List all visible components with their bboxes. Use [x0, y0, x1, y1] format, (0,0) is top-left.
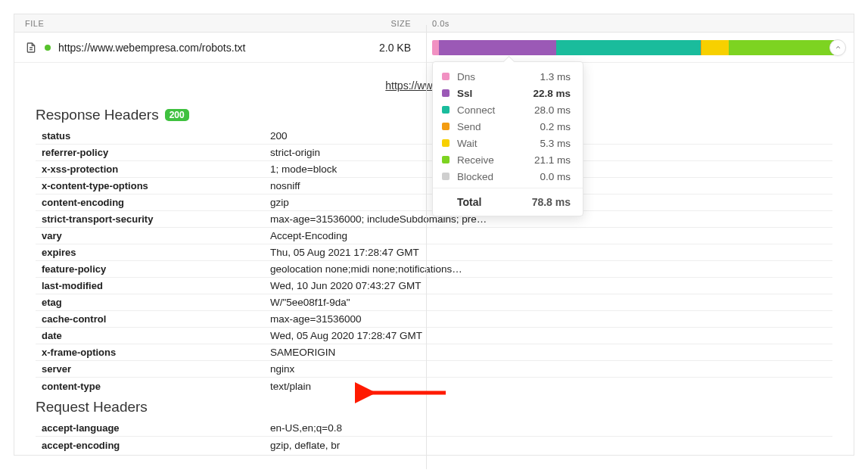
timing-value: 5.3 ms	[540, 138, 571, 149]
header-row: content-typetext/plain	[36, 378, 832, 394]
header-key: strict-transport-security	[36, 213, 270, 225]
timing-name: Send	[457, 121, 540, 132]
wf-seg-receive	[729, 40, 838, 55]
timing-dot	[442, 156, 450, 163]
request-headers-label: Request Headers	[36, 399, 148, 415]
waterfall-cell	[426, 40, 854, 55]
collapse-button[interactable]	[829, 39, 846, 56]
size-cell: 2.0 KB	[313, 42, 426, 54]
timing-row: Ssl22.8 ms	[433, 85, 583, 101]
timing-value: 22.8 ms	[533, 88, 571, 99]
table-header: FILE SIZE 0.0s	[14, 14, 854, 33]
request-headers-title: Request Headers	[36, 399, 832, 415]
header-row: cache-controlmax-age=31536000	[36, 311, 832, 328]
timing-row: Connect28.0 ms	[433, 101, 583, 118]
timing-dot	[442, 123, 450, 130]
waterfall-panel: FILE SIZE 0.0s https://www.webempresa.co…	[14, 14, 854, 456]
header-key: accept-language	[36, 422, 270, 434]
response-headers-label: Response Headers	[36, 107, 159, 123]
request-row[interactable]: https://www.webempresa.com/robots.txt 2.…	[14, 33, 854, 63]
col-header-size[interactable]: SIZE	[313, 19, 426, 28]
header-key: x-xss-protection	[36, 163, 270, 175]
timing-dot	[442, 139, 450, 147]
wf-seg-ssl	[439, 40, 556, 55]
wf-seg-wait	[702, 40, 729, 55]
timing-total-label: Total	[457, 196, 532, 208]
timing-row: Wait5.3 ms	[433, 135, 583, 151]
header-key: vary	[36, 230, 270, 241]
header-key: last-modified	[36, 280, 270, 291]
header-key: expires	[36, 247, 270, 258]
header-row: servernginx	[36, 361, 832, 378]
timing-value: 0.0 ms	[540, 171, 571, 182]
file-icon	[25, 42, 37, 54]
chevron-up-icon	[835, 44, 842, 51]
header-key: date	[36, 330, 270, 341]
header-key: content-type	[36, 381, 270, 392]
header-value: gzip, deflate, br	[270, 440, 832, 451]
header-key: status	[36, 130, 270, 142]
timing-row: Blocked0.0 ms	[433, 168, 583, 185]
header-row: last-modifiedWed, 10 Jun 2020 07:43:27 G…	[36, 278, 832, 294]
header-value: Wed, 10 Jun 2020 07:43:27 GMT	[270, 280, 832, 291]
timing-name: Wait	[457, 138, 540, 149]
timing-total-value: 78.8 ms	[532, 196, 571, 208]
status-dot-ok	[45, 45, 51, 51]
timing-name: Ssl	[457, 88, 533, 99]
timing-value: 0.2 ms	[540, 121, 571, 132]
request-headers-table: accept-languageen-US,en;q=0.8accept-enco…	[36, 420, 832, 453]
timing-dot	[442, 106, 450, 114]
header-key: accept-encoding	[36, 440, 270, 451]
timing-dot	[442, 89, 450, 97]
header-value: geolocation none;midi none;notifications…	[270, 263, 832, 275]
header-key: content-encoding	[36, 197, 270, 208]
request-url: https://www.webempresa.com/robots.txt	[58, 42, 245, 54]
file-cell: https://www.webempresa.com/robots.txt	[14, 42, 313, 54]
header-value: Thu, 05 Aug 2021 17:28:47 GMT	[270, 247, 832, 258]
timing-row: Send0.2 ms	[433, 118, 583, 135]
timing-value: 28.0 ms	[534, 104, 571, 116]
header-value: nginx	[270, 363, 832, 375]
header-key: x-content-type-options	[36, 180, 270, 191]
timing-name: Blocked	[457, 171, 540, 182]
header-value: en-US,en;q=0.8	[270, 422, 832, 434]
header-key: cache-control	[36, 313, 270, 325]
header-value: text/plain	[270, 381, 832, 392]
header-value: Accept-Encoding	[270, 230, 832, 241]
header-row: feature-policygeolocation none;midi none…	[36, 261, 832, 278]
header-key: x-frame-options	[36, 347, 270, 358]
col-header-file[interactable]: FILE	[14, 19, 313, 28]
timing-name: Receive	[457, 154, 534, 166]
header-key: server	[36, 363, 270, 375]
wf-seg-connect	[556, 40, 701, 55]
timing-value: 21.1 ms	[534, 154, 571, 166]
timing-dot	[442, 73, 450, 80]
header-value: Wed, 05 Aug 2020 17:28:47 GMT	[270, 330, 832, 341]
header-key: feature-policy	[36, 263, 270, 275]
header-value: SAMEORIGIN	[270, 347, 832, 358]
header-row: varyAccept-Encoding	[36, 228, 832, 244]
header-row: accept-encodinggzip, deflate, br	[36, 437, 832, 453]
timing-value: 1.3 ms	[540, 71, 571, 82]
header-key: etag	[36, 297, 270, 308]
timing-popover: Dns1.3 msSsl22.8 msConnect28.0 msSend0.2…	[432, 61, 583, 216]
col-header-waterfall: 0.0s	[426, 19, 854, 28]
timing-total-row: Total 78.8 ms	[433, 188, 583, 216]
wf-seg-dns	[432, 40, 439, 55]
timing-row: Dns1.3 ms	[433, 68, 583, 85]
header-key: referrer-policy	[36, 147, 270, 158]
timing-name: Dns	[457, 71, 540, 82]
status-badge: 200	[165, 109, 189, 121]
header-row: dateWed, 05 Aug 2020 17:28:47 GMT	[36, 328, 832, 344]
waterfall-bar[interactable]	[432, 40, 838, 55]
header-row: expiresThu, 05 Aug 2021 17:28:47 GMT	[36, 244, 832, 261]
header-row: accept-languageen-US,en;q=0.8	[36, 420, 832, 437]
timing-row: Receive21.1 ms	[433, 151, 583, 168]
timing-name: Connect	[457, 104, 534, 116]
header-row: x-frame-optionsSAMEORIGIN	[36, 344, 832, 361]
header-value: max-age=31536000	[270, 313, 832, 325]
header-row: etagW/"5ee08f1f-9da"	[36, 294, 832, 311]
header-value: W/"5ee08f1f-9da"	[270, 297, 832, 308]
timing-dot	[442, 173, 450, 180]
